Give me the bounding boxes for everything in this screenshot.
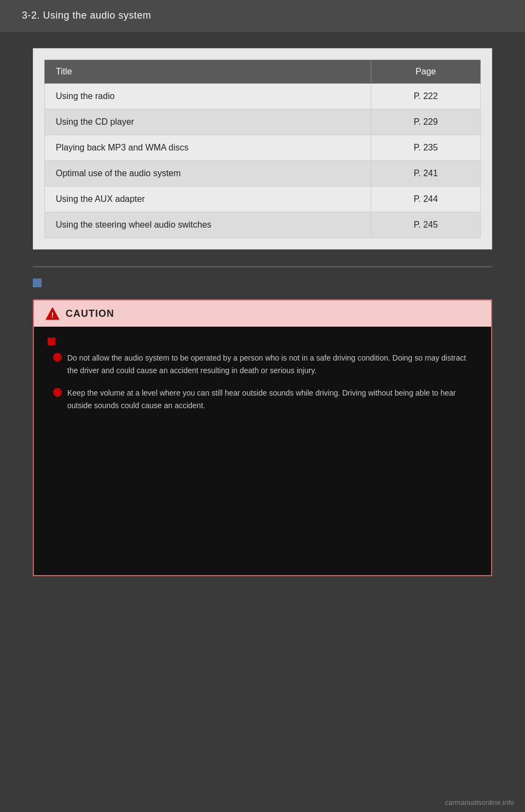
section-indicator-icon: [33, 279, 42, 287]
caution-bullet-text-2: Keep the volume at a level where you can…: [67, 387, 477, 412]
table-cell-title: Playing back MP3 and WMA discs: [45, 135, 371, 161]
col-title-header: Title: [45, 60, 371, 84]
table-cell-title: Using the AUX adapter: [45, 187, 371, 212]
red-circle-icon-1: [53, 353, 62, 362]
caution-bullet-1: Do not allow the audio system to be oper…: [48, 352, 477, 377]
toc-container: Title Page Using the radioP. 222Using th…: [33, 48, 492, 250]
caution-box: ! CAUTION Do not allow the audio system …: [33, 299, 492, 576]
caution-bullet-2: Keep the volume at a level where you can…: [48, 387, 477, 412]
table-row: Using the AUX adapterP. 244: [45, 187, 481, 212]
red-circle-icon-2: [53, 388, 62, 397]
table-row: Playing back MP3 and WMA discsP. 235: [45, 135, 481, 161]
caution-extra-space: [48, 422, 477, 564]
table-row: Using the radioP. 222: [45, 84, 481, 109]
caution-triangle-icon: !: [45, 306, 60, 321]
caution-header: ! CAUTION: [34, 300, 491, 327]
page-header: 3-2. Using the audio system: [0, 0, 525, 32]
table-cell-page: P. 244: [371, 187, 481, 212]
table-cell-page: P. 229: [371, 109, 481, 135]
footer-watermark: carmanualsonline.info: [445, 798, 514, 807]
table-cell-page: P. 235: [371, 135, 481, 161]
table-cell-title: Optimal use of the audio system: [45, 161, 371, 187]
table-cell-title: Using the steering wheel audio switches: [45, 212, 371, 238]
table-row: Optimal use of the audio systemP. 241: [45, 161, 481, 187]
caution-section-row: [48, 338, 477, 345]
caution-bullet-text-1: Do not allow the audio system to be oper…: [67, 352, 477, 377]
section-divider: [33, 266, 492, 268]
table-cell-page: P. 245: [371, 212, 481, 238]
table-cell-title: Using the radio: [45, 84, 371, 109]
toc-table: Title Page Using the radioP. 222Using th…: [44, 60, 481, 238]
table-cell-page: P. 241: [371, 161, 481, 187]
table-row: Using the CD playerP. 229: [45, 109, 481, 135]
table-cell-title: Using the CD player: [45, 109, 371, 135]
caution-body: Do not allow the audio system to be oper…: [34, 327, 491, 575]
table-cell-page: P. 222: [371, 84, 481, 109]
table-row: Using the steering wheel audio switchesP…: [45, 212, 481, 238]
main-content: Title Page Using the radioP. 222Using th…: [0, 32, 525, 593]
caution-title: CAUTION: [66, 308, 114, 320]
svg-text:!: !: [51, 311, 54, 320]
section-title: 3-2. Using the audio system: [22, 10, 151, 21]
red-square-icon: [48, 338, 55, 345]
col-page-header: Page: [371, 60, 481, 84]
